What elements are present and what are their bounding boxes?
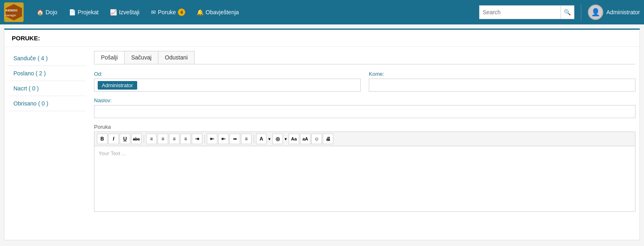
separator-1 — [144, 135, 144, 143]
bold-button[interactable]: B — [97, 134, 107, 144]
tab-posalji[interactable]: Pošalji — [94, 51, 125, 64]
nav-menu: 🏠 Dojo 📄 Projekat 📈 Izveštaji ✉ Poruke 4… — [32, 5, 479, 19]
underline-button[interactable]: U — [120, 134, 130, 144]
navbar: KENDO manager 🏠 Dojo 📄 Projekat 📈 Izvešt… — [0, 0, 644, 24]
editor-toolbar: B I U abc ≡ ≡ ≡ ≡ ⇥ ⇤ ⇤ ≔ ≡ — [94, 132, 635, 146]
naslov-group: Naslov: — [94, 97, 635, 118]
user-menu[interactable]: 👤 Administrator — [581, 4, 640, 20]
kome-label: Kome: — [369, 71, 635, 77]
separator-3 — [254, 135, 254, 143]
projekat-icon: 📄 — [69, 9, 76, 15]
sidebar-item-sanduce[interactable]: Sanduče ( 4 ) — [9, 51, 86, 66]
separator-2 — [204, 135, 205, 143]
avatar: 👤 — [588, 4, 603, 20]
blockquote-button[interactable]: ⇥ — [192, 134, 202, 144]
link-button[interactable]: ◎ — [272, 134, 283, 144]
font-size-button[interactable]: aA — [300, 134, 311, 144]
search-input[interactable] — [479, 5, 561, 19]
page-title: PORUKE: — [4, 30, 640, 47]
indent-button[interactable]: ⇤ — [207, 134, 217, 144]
ordered-list-button[interactable]: ≔ — [230, 134, 240, 144]
poruka-label: Poruka — [94, 124, 635, 130]
poruke-icon: ✉ — [151, 9, 156, 15]
sidebar: Sanduče ( 4 ) Poslano ( 2 ) Nacrt ( 0 ) … — [9, 51, 90, 212]
font-color-button[interactable]: A — [256, 134, 267, 144]
poruka-section: Poruka B I U abc ≡ ≡ ≡ ≡ ⇥ ⇤ — [94, 124, 635, 212]
main-container: PORUKE: Sanduče ( 4 ) Poslano ( 2 ) Nacr… — [4, 29, 640, 240]
content-area: Sanduče ( 4 ) Poslano ( 2 ) Nacrt ( 0 ) … — [4, 47, 640, 216]
kendo-logo-icon: KENDO manager — [4, 2, 24, 22]
nav-projekat[interactable]: 📄 Projekat — [64, 6, 103, 19]
svg-text:KENDO: KENDO — [6, 9, 18, 12]
align-right-button[interactable]: ≡ — [169, 134, 180, 144]
outdent-button[interactable]: ⇤ — [218, 134, 229, 144]
unordered-list-button[interactable]: ≡ — [241, 134, 252, 144]
tab-bar: Pošalji Sačuvaj Odustani — [94, 51, 635, 64]
user-name: Administrator — [607, 9, 640, 15]
od-label: Od: — [94, 71, 361, 77]
sidebar-item-obrisano[interactable]: Obrisano ( 0 ) — [9, 96, 86, 111]
strikethrough-button[interactable]: abc — [131, 134, 142, 144]
nav-poruke[interactable]: ✉ Poruke 4 — [146, 5, 190, 19]
naslov-input[interactable] — [94, 105, 635, 118]
font-family-button[interactable]: Aa — [289, 134, 299, 144]
editor-container: B I U abc ≡ ≡ ≡ ≡ ⇥ ⇤ ⇤ ≔ ≡ — [94, 132, 635, 212]
link-dropdown[interactable]: ▾ — [285, 136, 287, 142]
izvestaji-icon: 📈 — [110, 9, 117, 15]
tab-odustani[interactable]: Odustani — [158, 51, 195, 64]
search-button[interactable]: 🔍 — [561, 5, 574, 19]
tab-sacuvaj[interactable]: Sačuvaj — [124, 51, 158, 64]
poruke-badge: 4 — [178, 9, 185, 16]
svg-text:manager: manager — [5, 14, 16, 17]
dojo-icon: 🏠 — [37, 9, 44, 15]
italic-button[interactable]: I — [108, 134, 119, 144]
obavjestenja-icon: 🔔 — [197, 9, 204, 15]
naslov-label: Naslov: — [94, 97, 635, 103]
form-area: Pošalji Sačuvaj Odustani Od: Administrat… — [90, 51, 635, 212]
kome-group: Kome: — [369, 71, 635, 92]
nav-obavjestenja[interactable]: 🔔 Obavještenja — [192, 6, 244, 19]
align-center-button[interactable]: ≡ — [158, 134, 168, 144]
editor-body[interactable]: Your Text ... — [94, 146, 635, 211]
brand-logo: KENDO manager — [4, 2, 24, 22]
nav-dojo[interactable]: 🏠 Dojo — [32, 6, 62, 19]
font-color-dropdown[interactable]: ▾ — [268, 136, 271, 142]
kome-input[interactable] — [369, 79, 635, 92]
sidebar-item-nacrt[interactable]: Nacrt ( 0 ) — [9, 81, 86, 96]
sidebar-item-poslano[interactable]: Poslano ( 2 ) — [9, 66, 86, 81]
align-justify-button[interactable]: ≡ — [180, 134, 191, 144]
emoji-button[interactable]: ☺ — [311, 134, 322, 144]
align-left-button[interactable]: ≡ — [146, 134, 157, 144]
print-button[interactable]: 🖨 — [323, 134, 333, 144]
od-kome-row: Od: Administrator Kome: — [94, 71, 635, 92]
od-group: Od: Administrator — [94, 71, 361, 92]
od-tag: Administrator — [98, 81, 137, 90]
search-bar: 🔍 — [479, 5, 574, 19]
od-field: Administrator — [94, 79, 361, 92]
nav-izvestaji[interactable]: 📈 Izveštaji — [105, 6, 145, 19]
